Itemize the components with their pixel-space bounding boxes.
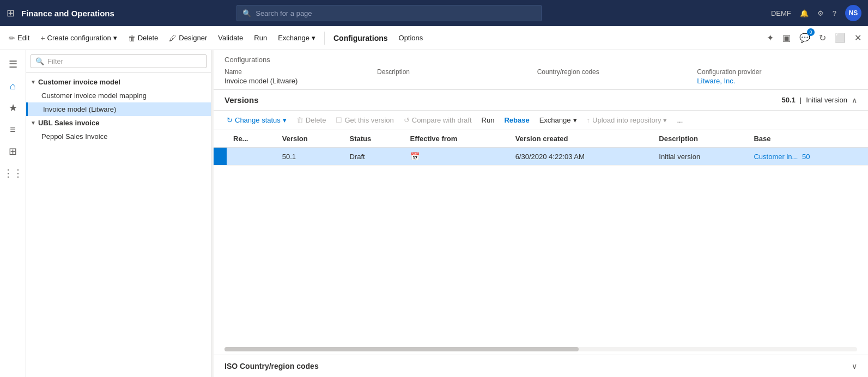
iso-chevron-icon[interactable]: ∨ <box>852 362 857 370</box>
tree-arrow-icon: ▼ <box>31 79 36 85</box>
versions-table: Re... Version Status Effective from Vers… <box>214 130 868 166</box>
versions-run-button[interactable]: Run <box>477 114 499 126</box>
avatar[interactable]: NS <box>845 5 861 21</box>
version-number: 50.1 <box>781 96 795 104</box>
versions-delete-button[interactable]: 🗑 Delete <box>292 114 331 126</box>
star-icon[interactable]: ✦ <box>764 31 776 45</box>
breadcrumb: Configurations <box>224 56 857 64</box>
tree-item-ubl-sales-invoice[interactable]: ▼ UBL Sales invoice <box>26 116 211 130</box>
edit-button[interactable]: ✏ Edit <box>4 32 34 45</box>
change-status-chevron-icon: ▾ <box>283 116 287 124</box>
iso-section[interactable]: ISO Country/region codes ∨ <box>214 355 868 377</box>
exchange-chevron-icon: ▾ <box>312 34 315 42</box>
refresh-icon[interactable]: ↻ <box>817 31 828 45</box>
home-icon[interactable]: ⌂ <box>3 76 23 96</box>
td-re <box>227 148 276 166</box>
versions-exchange-button[interactable]: Exchange ▾ <box>535 114 581 126</box>
base-num[interactable]: 50 <box>802 153 810 161</box>
change-status-button[interactable]: ↻ Change status ▾ <box>222 114 291 126</box>
list-icon[interactable]: ≡ <box>3 120 23 139</box>
content-area: Configurations Name Invoice model (Litwa… <box>214 50 868 377</box>
th-description: Description <box>652 130 747 148</box>
th-re: Re... <box>227 130 276 148</box>
tree-item-label: Peppol Sales Invoice <box>41 132 107 141</box>
td-version-created: 6/30/2020 4:22:03 AM <box>509 148 653 166</box>
top-bar-right: DEMF 🔔 ⚙ ? NS <box>771 5 861 21</box>
window-icon[interactable]: ⬜ <box>833 31 848 45</box>
config-country-label: Country/region codes <box>537 68 697 76</box>
more-options-button[interactable]: ... <box>672 114 687 126</box>
scroll-area <box>214 344 868 355</box>
calendar-icon[interactable]: 📅 <box>410 152 420 161</box>
config-name-label: Name <box>224 68 377 76</box>
run-button[interactable]: Run <box>250 32 271 44</box>
options-button[interactable]: Options <box>394 32 428 44</box>
iso-title: ISO Country/region codes <box>224 362 319 370</box>
delete-icon: 🗑 <box>128 34 136 42</box>
search-input[interactable] <box>256 9 536 17</box>
version-separator: | <box>800 96 802 104</box>
versions-section: Versions 50.1 | Initial version ∧ ↻ Chan… <box>214 90 868 355</box>
bell-icon[interactable]: 🔔 <box>800 9 809 17</box>
create-configuration-button[interactable]: + Create configuration ▾ <box>36 32 121 45</box>
validate-button[interactable]: Validate <box>214 32 247 44</box>
toolbar-right-icons: ✦ ▣ 💬 0 ↻ ⬜ ✕ <box>764 31 864 45</box>
help-icon[interactable]: ? <box>833 9 836 17</box>
notification-badge[interactable]: 💬 0 <box>797 31 812 45</box>
tree-item-invoice-model-litware[interactable]: Invoice model (Litware) <box>26 102 211 116</box>
configurations-button[interactable]: Configurations <box>329 32 392 45</box>
filter-input[interactable] <box>47 57 202 65</box>
grid-nav-icon[interactable]: ⊞ <box>3 142 23 161</box>
tree-item-customer-invoice-model[interactable]: ▼ Customer invoice model <box>26 75 211 89</box>
tree-item-label: Invoice model (Litware) <box>43 105 116 113</box>
td-status: Draft <box>343 148 403 166</box>
filter-box: 🔍 <box>26 50 211 73</box>
filter-input-wrap[interactable]: 🔍 <box>31 54 207 68</box>
menu-icon[interactable]: ⋮⋮ <box>3 163 23 183</box>
base-link[interactable]: Customer in... <box>754 153 798 161</box>
close-icon[interactable]: ✕ <box>852 31 864 45</box>
rebase-button[interactable]: Rebase <box>500 114 533 126</box>
tree-item-peppol-sales-invoice[interactable]: Peppol Sales Invoice <box>26 130 211 143</box>
tree-content: ▼ Customer invoice model Customer invoic… <box>26 73 211 377</box>
designer-icon: 🖊 <box>169 34 177 42</box>
versions-collapse-icon[interactable]: ∧ <box>852 96 857 105</box>
delete-button[interactable]: 🗑 Delete <box>124 32 163 45</box>
badge-count: 0 <box>807 28 815 36</box>
create-chevron-icon: ▾ <box>113 34 117 42</box>
search-box[interactable]: 🔍 <box>236 5 542 21</box>
tree-panel: 🔍 ▼ Customer invoice model Customer invo… <box>26 50 211 377</box>
edit-icon: ✏ <box>9 34 15 42</box>
config-provider-value[interactable]: Litware, Inc. <box>697 77 857 85</box>
settings-icon[interactable]: ⚙ <box>817 9 824 17</box>
user-label: DEMF <box>771 9 791 17</box>
th-version-created: Version created <box>509 130 653 148</box>
designer-button[interactable]: 🖊 Designer <box>165 32 211 45</box>
filter-search-icon: 🔍 <box>35 57 44 65</box>
top-bar: ⊞ Finance and Operations 🔍 DEMF 🔔 ⚙ ? NS <box>0 0 868 26</box>
content-header: Configurations Name Invoice model (Litwa… <box>214 50 868 90</box>
th-base: Base <box>747 130 868 148</box>
config-country-col: Country/region codes <box>537 68 697 89</box>
td-description: Initial version <box>652 148 747 166</box>
refresh-small-icon: ↻ <box>227 116 233 124</box>
versions-meta: 50.1 | Initial version ∧ <box>781 96 857 105</box>
grid-icon[interactable]: ⊞ <box>7 7 15 19</box>
th-indicator <box>214 130 227 148</box>
favorites-icon[interactable]: ★ <box>3 98 23 118</box>
get-this-version-button[interactable]: ☐ Get this version <box>331 114 398 126</box>
main-layout: ☰ ⌂ ★ ≡ ⊞ ⋮⋮ 🔍 ▼ Customer invoice model … <box>0 50 868 377</box>
compare-with-draft-button[interactable]: ↺ Compare with draft <box>399 114 476 126</box>
tree-item-label: UBL Sales invoice <box>38 119 99 127</box>
config-provider-col: Configuration provider Litware, Inc. <box>697 68 857 89</box>
exchange-button[interactable]: Exchange ▾ <box>274 32 320 44</box>
table-row[interactable]: 50.1 Draft 📅 6/30/2020 4:22:03 AM Initia… <box>214 148 868 166</box>
hamburger-icon[interactable]: ☰ <box>3 54 23 74</box>
h-scrollbar[interactable] <box>224 347 857 351</box>
upload-repository-button[interactable]: ↑ Upload into repository ▾ <box>582 114 672 126</box>
left-icon-panel: ☰ ⌂ ★ ≡ ⊞ ⋮⋮ <box>0 50 26 377</box>
th-version: Version <box>276 130 343 148</box>
tree-item-customer-invoice-model-mapping[interactable]: Customer invoice model mapping <box>26 89 211 102</box>
td-base: Customer in... 50 <box>747 148 868 166</box>
panel-icon[interactable]: ▣ <box>780 31 793 45</box>
